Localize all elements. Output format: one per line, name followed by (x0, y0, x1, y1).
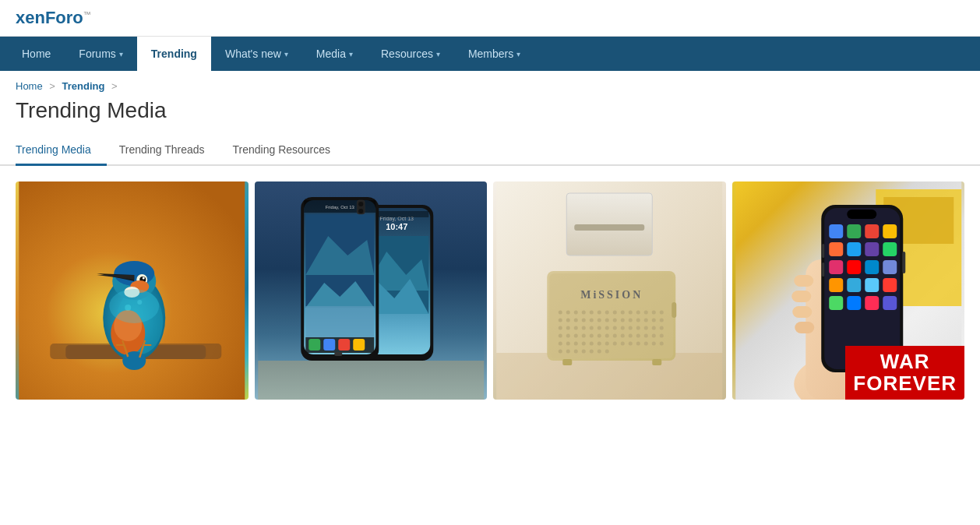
svg-point-86 (652, 319, 656, 322)
svg-point-132 (574, 350, 578, 354)
svg-point-125 (629, 342, 633, 346)
media-card-kingfisher[interactable] (16, 181, 249, 400)
svg-point-117 (566, 342, 570, 346)
logo-foro: Foro (45, 8, 83, 27)
nav-media[interactable]: Media ▾ (302, 37, 367, 71)
svg-point-131 (566, 350, 570, 354)
nav-resources-chevron: ▾ (436, 50, 440, 58)
media-grid: Friday, Oct 13 10:47 Friday, Oct 13 (16, 181, 964, 400)
svg-rect-164 (829, 278, 843, 292)
media-card-iphone[interactable]: WAR FOREVER (732, 181, 965, 400)
nav-trending-label: Trending (151, 48, 197, 60)
svg-point-123 (613, 342, 617, 346)
svg-point-76 (574, 319, 578, 322)
kingfisher-image (16, 181, 249, 400)
svg-point-111 (629, 334, 633, 338)
nav-forums[interactable]: Forums ▾ (65, 37, 136, 71)
nav-home-label: Home (22, 48, 51, 60)
svg-rect-147 (792, 306, 812, 318)
nav-forums-chevron: ▾ (119, 50, 123, 58)
svg-point-122 (605, 342, 609, 346)
svg-point-136 (605, 350, 609, 354)
nav-forums-label: Forums (79, 48, 115, 60)
svg-point-110 (621, 334, 625, 338)
svg-point-79 (598, 319, 601, 322)
svg-rect-52 (334, 352, 342, 356)
breadcrumb-home[interactable]: Home (16, 80, 43, 92)
svg-rect-157 (847, 242, 861, 256)
tab-trending-media-label: Trending Media (16, 143, 91, 156)
svg-rect-43 (305, 306, 374, 337)
tab-trending-threads[interactable]: Trending Threads (119, 136, 220, 166)
nav-trending[interactable]: Trending (137, 37, 211, 71)
svg-rect-151 (847, 210, 876, 219)
svg-rect-148 (795, 322, 814, 333)
svg-point-83 (629, 319, 633, 322)
svg-rect-165 (847, 278, 861, 292)
svg-point-102 (559, 334, 562, 338)
svg-point-80 (605, 319, 609, 322)
svg-point-119 (582, 342, 586, 346)
svg-point-88 (559, 326, 562, 330)
svg-point-68 (621, 311, 625, 315)
svg-point-106 (590, 334, 594, 338)
breadcrumb: Home > Trending > (0, 71, 980, 95)
tab-trending-media[interactable]: Trending Media (16, 136, 107, 166)
nav-whatsnew[interactable]: What's new ▾ (211, 37, 302, 71)
svg-rect-45 (308, 339, 320, 351)
svg-point-101 (660, 326, 664, 330)
nav-whatsnew-chevron: ▾ (284, 50, 288, 58)
svg-rect-170 (865, 296, 879, 310)
svg-rect-173 (902, 252, 905, 273)
svg-point-114 (652, 334, 656, 338)
svg-rect-156 (829, 242, 843, 256)
svg-point-87 (660, 319, 664, 322)
nav-resources-label: Resources (381, 48, 433, 60)
svg-rect-152 (829, 224, 843, 238)
page-title: Trending Media (0, 95, 980, 136)
logo-xen: xen (16, 8, 45, 27)
watermark-overlay: WAR FOREVER (845, 346, 964, 400)
svg-rect-48 (353, 339, 365, 351)
svg-rect-168 (829, 296, 843, 310)
svg-point-128 (652, 342, 656, 346)
breadcrumb-sep2: > (111, 80, 118, 92)
svg-point-11 (143, 277, 145, 280)
nav-media-label: Media (316, 48, 346, 60)
svg-text:MiSSION: MiSSION (580, 289, 643, 301)
svg-rect-161 (847, 260, 861, 274)
svg-point-78 (590, 319, 594, 322)
svg-point-82 (621, 319, 625, 322)
svg-rect-167 (883, 278, 897, 292)
svg-point-92 (590, 326, 594, 330)
svg-point-74 (559, 319, 562, 322)
svg-point-98 (636, 326, 640, 330)
svg-point-126 (636, 342, 640, 346)
svg-point-133 (582, 350, 586, 354)
nav-members[interactable]: Members ▾ (454, 37, 534, 71)
svg-rect-47 (338, 339, 350, 351)
svg-rect-138 (562, 359, 572, 365)
nav-home[interactable]: Home (8, 37, 65, 71)
svg-point-107 (598, 334, 601, 338)
svg-rect-139 (652, 359, 661, 365)
nav-members-label: Members (468, 48, 513, 60)
media-card-mission[interactable]: MiSSION (493, 181, 726, 400)
svg-point-75 (566, 319, 570, 322)
svg-rect-175 (822, 262, 824, 277)
svg-rect-155 (883, 224, 897, 238)
tab-trending-threads-label: Trending Threads (119, 143, 205, 156)
svg-point-109 (613, 334, 617, 338)
svg-point-61 (566, 311, 570, 315)
breadcrumb-current[interactable]: Trending (62, 80, 105, 92)
nav-resources[interactable]: Resources ▾ (367, 37, 454, 71)
svg-point-60 (559, 311, 562, 315)
mission-image: MiSSION (493, 181, 726, 400)
svg-point-23 (109, 289, 159, 323)
tab-trending-resources[interactable]: Trending Resources (233, 136, 347, 166)
svg-point-24 (125, 305, 131, 311)
media-card-phones[interactable]: Friday, Oct 13 10:47 Friday, Oct 13 (255, 181, 488, 400)
svg-point-67 (613, 311, 617, 315)
svg-point-113 (644, 334, 648, 338)
svg-point-72 (652, 311, 656, 315)
